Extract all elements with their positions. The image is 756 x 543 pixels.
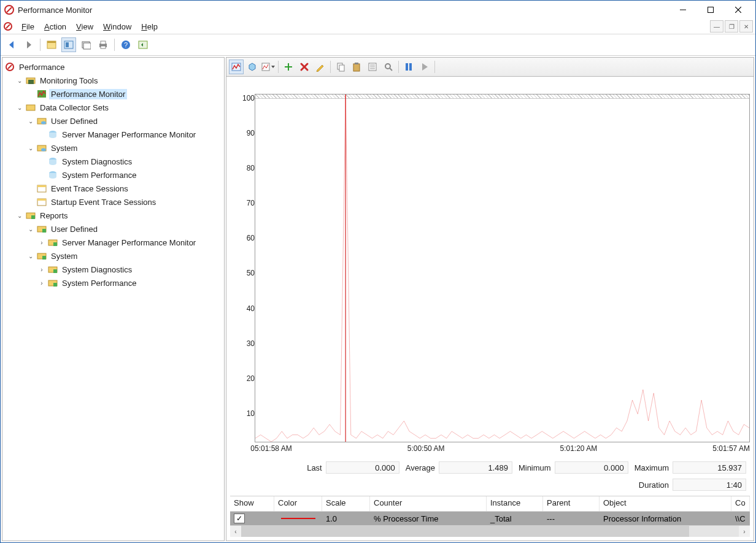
help-button[interactable]: ? [118,37,133,52]
new-window-button[interactable] [79,37,93,52]
tree-dcs-system-diagnostics[interactable]: › System Diagnostics [37,155,223,168]
col-counter[interactable]: Counter [370,496,487,511]
expander-icon[interactable]: › [38,239,45,246]
y-tick-label: 90 [247,129,255,137]
tree-dcs-user-defined[interactable]: ⌄ User Defined [26,114,223,128]
expander-icon[interactable]: ⌄ [27,226,34,233]
svg-rect-51 [339,65,344,71]
zoom-button[interactable] [381,60,396,74]
minimize-button[interactable] [669,1,696,18]
delete-counter-button[interactable] [297,60,312,74]
tree-performance-monitor[interactable]: › Performance Monitor [26,87,223,101]
tree-reports-system-diagnostics[interactable]: › System Diagnostics [37,263,223,276]
tree-event-trace-sessions[interactable]: › Event Trace Sessions [26,182,223,195]
mdi-close[interactable]: ✕ [739,20,753,33]
expander-icon[interactable]: ⌄ [16,212,23,219]
scroll-thumb[interactable] [241,526,689,537]
close-button[interactable] [724,1,752,18]
print-button[interactable] [96,37,110,52]
graph-type-dropdown[interactable] [261,60,276,74]
y-tick-label: 10 [247,409,255,418]
show-hide-tree-button[interactable] [44,37,59,52]
svg-point-29 [41,148,46,152]
expander-icon[interactable]: › [38,266,45,273]
expander-icon[interactable]: ⌄ [27,145,34,152]
tree-startup-event-trace-sessions[interactable]: › Startup Event Trace Sessions [26,195,223,209]
color-swatch [281,518,315,519]
tree-reports-server-manager[interactable]: › Server Manager Performance Monitor [37,236,223,249]
tree-label: System Diagnostics [60,264,134,275]
expander-icon[interactable]: ⌄ [16,104,23,111]
show-checkbox[interactable]: ✓ [234,514,245,523]
mdi-restore[interactable]: ❐ [725,20,738,33]
dataset-icon [48,156,58,166]
svg-rect-47 [53,283,57,287]
folder-report-icon [48,237,58,247]
tree-dcs-server-manager[interactable]: › Server Manager Performance Monitor [37,128,223,141]
tile-button[interactable] [61,37,76,52]
tree-data-collector-sets[interactable]: ⌄ Data Collector Sets [15,101,223,114]
properties-button[interactable] [365,60,380,74]
col-show[interactable]: Show [230,496,274,511]
tree-reports-system[interactable]: ⌄ System [26,249,223,263]
horizontal-scrollbar[interactable]: ‹ › [230,525,750,537]
menu-help[interactable]: Help [136,21,163,33]
menu-window[interactable]: Window [98,21,136,33]
expander-icon[interactable]: › [38,280,45,287]
expander-icon[interactable]: ⌄ [27,118,34,125]
tree-label: User Defined [49,116,99,126]
tree-dcs-system[interactable]: ⌄ System [26,141,223,155]
expander-icon[interactable]: ⌄ [27,253,34,260]
col-parent[interactable]: Parent [543,496,600,511]
tree-label: User Defined [49,224,99,234]
tree-reports-system-performance[interactable]: › System Performance [37,276,223,290]
folder-report-icon [26,210,36,220]
nav-back-button[interactable] [4,37,19,52]
tree-reports[interactable]: ⌄ Reports [15,209,223,222]
menu-action[interactable]: Action [39,21,71,33]
svg-rect-23 [37,90,46,98]
add-counter-button[interactable] [281,60,296,74]
x-tick-label: 5:00:50 AM [407,444,445,456]
tree-monitoring-tools[interactable]: ⌄ Monitoring Tools [15,74,223,87]
copy-button[interactable] [333,60,348,74]
view-3d-button[interactable] [245,60,260,74]
view-line-button[interactable] [229,60,244,74]
col-object[interactable]: Object [600,496,731,511]
col-instance[interactable]: Instance [487,496,543,511]
svg-rect-12 [83,43,91,49]
paste-button[interactable] [349,60,364,74]
counter-row[interactable]: ✓ 1.0 % Processor Time _Total --- Proces… [230,512,750,525]
tree-pane[interactable]: Performance ⌄ Monitoring Tools [2,57,225,541]
svg-rect-37 [31,215,35,219]
tree-root-performance[interactable]: Performance [4,60,223,74]
refresh-button[interactable] [136,37,150,52]
update-button[interactable] [417,60,432,74]
folder-report-icon [37,251,47,261]
scroll-left-button[interactable]: ‹ [230,526,241,537]
tree-label: Reports [38,210,70,221]
tree-label: Monitoring Tools [38,75,99,86]
chart-plot[interactable] [255,94,750,442]
mdi-minimize[interactable]: — [710,20,723,33]
maximize-button[interactable] [696,1,724,18]
nav-forward-button[interactable] [21,37,36,52]
window-title: Performance Monitor [18,6,92,15]
col-scale[interactable]: Scale [322,496,370,511]
col-color[interactable]: Color [274,496,322,511]
svg-rect-39 [42,229,46,233]
counter-grid[interactable]: Show Color Scale Counter Instance Parent… [230,496,750,537]
svg-text:?: ? [124,41,128,48]
col-computer[interactable]: Co [731,496,750,511]
expander-icon[interactable]: ⌄ [16,77,23,84]
menu-view[interactable]: View [71,21,98,33]
tree-dcs-system-performance[interactable]: › System Performance [37,168,223,182]
tree-reports-user-defined[interactable]: ⌄ User Defined [26,222,223,236]
menu-file[interactable]: File [17,21,39,33]
highlight-button[interactable] [313,60,328,74]
scroll-right-button[interactable]: › [739,526,750,537]
folder-blue-icon [37,116,47,126]
y-tick-label: 20 [247,374,255,383]
freeze-button[interactable] [401,60,416,74]
minimum-label: Minimum [519,463,551,472]
